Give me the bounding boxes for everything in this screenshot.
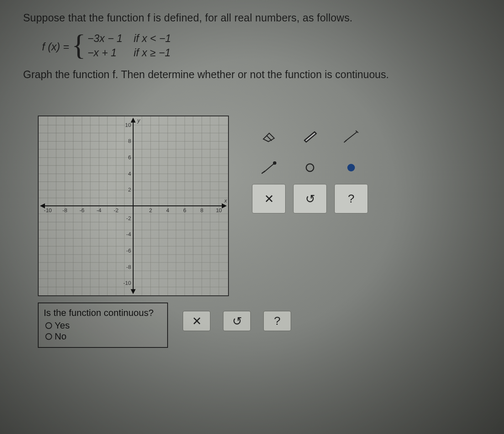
ytick: -4 <box>126 231 131 237</box>
radio-no[interactable]: No <box>45 331 162 342</box>
continuity-question-box: Is the function continuous? Yes No <box>38 302 168 348</box>
radio-yes[interactable]: Yes <box>45 320 162 331</box>
svg-point-45 <box>306 164 314 171</box>
prompt-graph: Graph the function f. Then determine whe… <box>23 68 487 81</box>
answer-action-bar: ✕ ↺ ? <box>183 311 291 331</box>
tool-undo[interactable]: ↺ <box>293 184 327 213</box>
y-axis-label: y <box>137 117 141 124</box>
piecewise-definition: f (x) = { −3x − 1 if x < −1 −x + 1 if x … <box>42 32 487 61</box>
brace-icon: { <box>72 33 86 58</box>
ytick: 6 <box>128 154 131 160</box>
ytick: 8 <box>128 138 131 144</box>
xtick: -4 <box>97 207 101 213</box>
xtick: -8 <box>63 207 67 213</box>
tool-open-point[interactable] <box>293 153 327 182</box>
graph-canvas[interactable]: -10 -8 -6 -4 -2 2 4 6 8 10 2 4 6 8 10 -2… <box>38 116 229 296</box>
ytick: -2 <box>126 215 131 221</box>
ytick: -8 <box>126 264 131 270</box>
xtick: -10 <box>44 207 52 213</box>
svg-point-46 <box>347 164 355 171</box>
xtick: 10 <box>216 207 222 213</box>
tool-ray[interactable] <box>252 153 286 182</box>
tool-help[interactable]: ? <box>334 184 368 213</box>
xtick: 8 <box>200 207 203 213</box>
radio-icon <box>45 333 52 340</box>
check-help-button[interactable]: ? <box>263 311 291 331</box>
piece-cond-1: if x < −1 <box>134 32 171 45</box>
check-reset-button[interactable]: ↺ <box>223 311 251 331</box>
svg-point-44 <box>273 162 276 164</box>
tool-eraser[interactable] <box>252 122 286 151</box>
radio-icon <box>45 322 52 329</box>
ytick: -10 <box>123 280 131 286</box>
tool-closed-point[interactable] <box>334 153 368 182</box>
piece-expr-2: −x + 1 <box>87 47 129 59</box>
tool-clear[interactable]: ✕ <box>252 184 286 213</box>
x-axis-label: x <box>224 197 227 204</box>
radio-yes-label: Yes <box>55 320 70 331</box>
tool-segment-arrows[interactable] <box>334 122 368 151</box>
check-clear-button[interactable]: ✕ <box>183 311 210 331</box>
graph-toolbar: ✕ ↺ ? <box>252 122 368 213</box>
ytick: 10 <box>125 122 131 128</box>
xtick: -2 <box>114 207 118 213</box>
svg-line-42 <box>345 132 357 141</box>
continuity-question: Is the function continuous? <box>44 308 162 318</box>
tool-pencil[interactable] <box>293 122 327 151</box>
ytick: 4 <box>128 171 131 177</box>
piece-cond-2: if x ≥ −1 <box>134 47 171 59</box>
piece-expr-1: −3x − 1 <box>87 32 129 45</box>
radio-no-label: No <box>55 331 66 342</box>
intro-text: Suppose that the function f is defined, … <box>23 12 487 24</box>
xtick: 2 <box>149 207 152 213</box>
ytick: -6 <box>126 247 131 254</box>
xtick: -6 <box>79 207 84 213</box>
svg-line-43 <box>264 163 275 172</box>
xtick: 4 <box>166 207 169 213</box>
xtick: 6 <box>183 207 186 213</box>
piecewise-lhs: f (x) = <box>42 41 69 53</box>
ytick: 2 <box>128 187 131 193</box>
